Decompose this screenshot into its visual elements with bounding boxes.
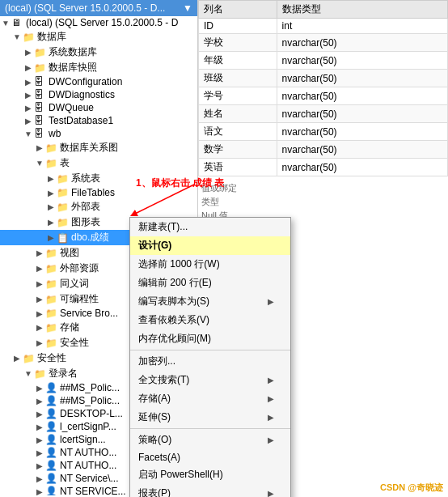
expand-icon[interactable]: ▶ [34,264,45,273]
tree-item-label: DWQueue [49,102,197,113]
tree-item-dwdiag[interactable]: ▶🗄DWDiagnostics [0,88,197,101]
context-menu-item[interactable]: 策略(O)▶ [130,431,290,449]
tree-item-label: TestDatabase1 [49,115,197,126]
context-menu-item[interactable]: 查看依赖关系(V) [130,311,290,329]
expand-icon[interactable]: ▶ [45,218,57,227]
expand-icon[interactable]: ▼ [23,130,34,138]
context-menu-item[interactable]: 内存优化顾问(M) [130,329,290,348]
expand-icon[interactable]: ▶ [34,384,45,393]
expand-icon[interactable]: ▶ [34,487,45,496]
context-menu-item[interactable]: 存储(A)▶ [130,389,290,408]
expand-icon[interactable]: ▶ [34,309,45,318]
column-type: nvarchar(50) [277,52,447,70]
context-menu-item[interactable]: 延伸(S)▶ [130,408,290,427]
folder-icon: 📁 [57,202,70,213]
tree-item-externaltables[interactable]: ▶📁外部表 [0,199,197,215]
column-type: nvarchar(50) [277,159,447,176]
expand-icon[interactable]: ▶ [23,63,34,72]
column-type: int [277,19,447,34]
context-menu-item[interactable]: 报表(P)▶ [130,484,290,497]
expand-icon[interactable]: ▼ [34,159,45,168]
expand-icon[interactable]: ▶ [45,233,57,242]
expand-icon[interactable]: ▶ [23,78,34,87]
context-menu-item[interactable]: 启动 PowerShell(H) [130,465,290,484]
tree-item-label: 数据库关系图 [60,141,197,155]
tree-item-filetables[interactable]: ▶📁FileTables [0,186,197,199]
tree-header: (local) (SQL Server 15.0.2000.5 - D... ▼ [0,0,197,16]
expand-icon[interactable]: ▶ [34,248,45,257]
expand-icon[interactable]: ▼ [0,19,11,28]
tree-item-label: 数据库 [37,30,197,44]
context-menu-item[interactable]: 选择前 1000 行(W) [130,255,290,274]
tree-item-wb[interactable]: ▼🗄wb [0,127,197,140]
tree-item-system-db[interactable]: ▶📁系统数据库 [0,45,197,60]
tree-item-dwqueue[interactable]: ▶🗄DWQueue [0,101,197,114]
expand-icon[interactable]: ▶ [11,354,23,363]
context-menu-item[interactable]: 加密列... [130,352,290,371]
context-menu-item[interactable]: 编辑前 200 行(E) [130,274,290,292]
expand-icon[interactable]: ▶ [34,338,45,347]
extra-row: 值或绑定 [201,181,445,195]
expand-icon[interactable]: ▶ [45,202,57,211]
menu-separator [130,428,290,429]
table-row: 姓名nvarchar(50) [199,105,448,123]
expand-icon[interactable]: ▶ [34,143,45,152]
column-type: nvarchar(50) [277,34,447,52]
extra-row: 类型 [201,195,445,209]
tree-item-tables[interactable]: ▼📁表 [0,155,197,171]
expand-icon[interactable]: ▶ [34,397,45,406]
expand-icon[interactable]: ▶ [34,461,45,470]
expand-icon[interactable]: ▶ [34,474,45,483]
context-menu-item[interactable]: 新建表(T)... [130,218,290,236]
expand-icon[interactable]: ▶ [34,423,45,431]
context-menu[interactable]: 新建表(T)...设计(G)选择前 1000 行(W)编辑前 200 行(E)编… [129,217,291,497]
expand-icon[interactable]: ▶ [34,448,45,457]
expand-icon[interactable]: ▶ [23,91,34,100]
user-icon: 👤 [45,486,58,495]
table-row: 班级nvarchar(50) [199,70,448,87]
expand-icon[interactable]: ▶ [23,117,34,125]
tree-item-dwconfig[interactable]: ▶🗄DWConfiguration [0,75,197,88]
folder-icon: 📁 [45,308,58,319]
submenu-arrow-icon: ▶ [268,489,274,497]
context-menu-item[interactable]: 设计(G) [130,236,290,255]
expand-icon[interactable]: ▶ [34,295,45,304]
tree-item-db-snapshot[interactable]: ▶📁数据库快照 [0,60,197,75]
expand-icon[interactable]: ▶ [34,323,45,332]
table-row: 年级nvarchar(50) [199,52,448,70]
tree-item-label: FileTables [71,187,197,198]
context-menu-item-label: 延伸(S) [138,410,171,424]
folder-icon: 📁 [45,338,58,349]
folder-icon: 📁 [34,368,47,380]
column-table: 列名 数据类型 IDint学校nvarchar(50)年级nvarchar(50… [198,0,448,176]
context-menu-item-label: 编写表脚本为(S) [138,295,209,308]
context-menu-item[interactable]: 编写表脚本为(S)▶ [130,292,290,311]
tree-item-testdb1[interactable]: ▶🗄TestDatabase1 [0,114,197,127]
context-menu-item-label: 存储(A) [138,392,171,406]
column-name: 学校 [199,34,277,52]
col-header-type: 数据类型 [277,1,447,19]
expand-icon[interactable]: ▶ [45,189,57,198]
expand-icon[interactable]: ▶ [23,104,34,113]
expand-icon[interactable]: ▶ [23,48,34,57]
tree-item-systables[interactable]: ▶📁系统表 [0,171,197,186]
context-menu-item-label: 加密列... [138,355,175,368]
expand-icon[interactable]: ▶ [34,279,45,288]
expand-icon[interactable]: ▶ [34,435,45,444]
table-row: 语文nvarchar(50) [199,123,448,141]
expand-icon[interactable]: ▶ [34,410,45,418]
submenu-arrow-icon: ▶ [268,435,274,444]
tree-item-dbrelation[interactable]: ▶📁数据库关系图 [0,140,197,155]
table-row: 数学nvarchar(50) [199,141,448,159]
expand-icon[interactable]: ▼ [23,369,34,378]
expand-icon[interactable]: ▶ [45,174,57,183]
context-menu-item[interactable]: 全文搜索(T)▶ [130,371,290,389]
expand-icon[interactable]: ▼ [11,32,23,41]
tree-item-databases[interactable]: ▼📁数据库 [0,29,197,45]
column-type: nvarchar(50) [277,105,447,123]
tree-item-root[interactable]: ▼🖥(local) (SQL Server 15.0.2000.5 - D [0,16,197,29]
user-icon: 👤 [45,460,58,471]
folder-icon: 📁 [34,62,47,74]
context-menu-item[interactable]: Facets(A) [130,449,290,465]
database-icon: 🗄 [34,128,47,139]
